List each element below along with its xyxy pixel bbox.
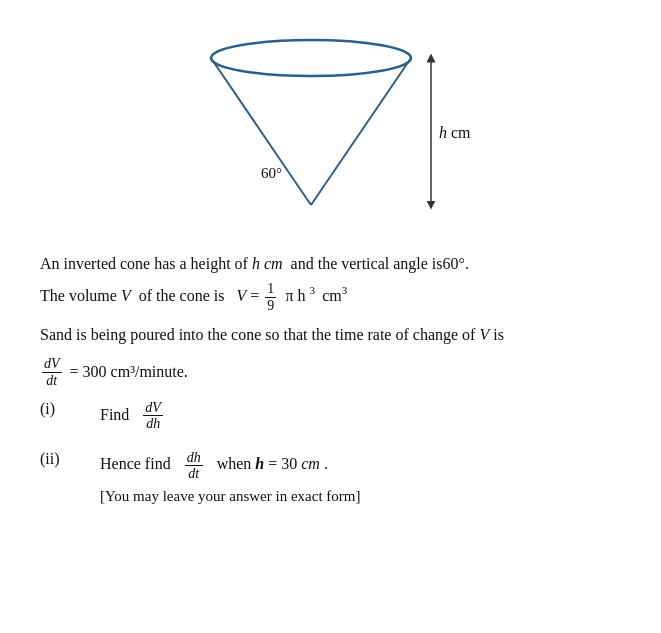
part-i-content: Find dV dh <box>100 400 165 432</box>
svg-line-2 <box>311 58 411 205</box>
dh-dt-numerator: dh <box>185 450 203 466</box>
cm-unit: cm <box>301 455 320 472</box>
svg-text:cm: cm <box>451 124 471 141</box>
dh-dt-fraction: dh dt <box>185 450 203 482</box>
dvdt-value: = 300 cm³/minute. <box>70 363 188 381</box>
dv-dt-fraction: dV dt <box>42 356 62 388</box>
fraction-denominator: 9 <box>265 298 276 313</box>
dv-dh-fraction: dV dh <box>143 400 163 432</box>
sand-text: Sand is being poured into the cone so th… <box>40 321 621 348</box>
h-var: h cm <box>252 255 283 272</box>
intro-line1: An inverted cone has a height of h cm an… <box>40 250 621 277</box>
dvdt-equation: dV dt = 300 cm³/minute. <box>40 356 621 388</box>
intro-line2: The volume V of the cone is V = 1 9 π h … <box>40 281 621 313</box>
part-ii-text: Hence find dh dt when h = 30 cm . <box>100 455 328 472</box>
cone-svg: h cm 60° <box>171 30 491 230</box>
part-i-row: (i) Find dV dh <box>40 400 621 432</box>
V-var: V <box>121 287 131 304</box>
svg-text:h: h <box>439 124 447 141</box>
sand-line: Sand is being poured into the cone so th… <box>40 321 621 348</box>
dv-dh-denominator: dh <box>144 416 162 431</box>
part-ii-label: (ii) <box>40 450 100 468</box>
volume-formula: V <box>236 287 246 304</box>
problem-parts: (i) Find dV dh (ii) Hence find dh dt whe… <box>40 400 621 509</box>
svg-text:60°: 60° <box>261 165 282 181</box>
part-ii-row: (ii) Hence find dh dt when h = 30 cm . [… <box>40 450 621 509</box>
exact-form-note: [You may leave your answer in exact form… <box>100 488 360 504</box>
dv-dt-denominator: dt <box>44 373 59 388</box>
svg-line-1 <box>211 58 311 205</box>
svg-point-0 <box>211 40 411 76</box>
part-ii-content: Hence find dh dt when h = 30 cm . [You m… <box>100 450 360 509</box>
problem-intro: An inverted cone has a height of h cm an… <box>40 250 621 313</box>
h-value: h <box>255 455 264 472</box>
dv-dt-numerator: dV <box>42 356 62 372</box>
part-i-label: (i) <box>40 400 100 418</box>
dv-dh-numerator: dV <box>143 400 163 416</box>
cone-diagram: h cm 60° <box>40 20 621 230</box>
one-ninth-fraction: 1 9 <box>265 281 276 313</box>
dh-dt-denominator: dt <box>186 466 201 481</box>
fraction-numerator: 1 <box>265 281 276 297</box>
V-var2: V <box>479 326 489 343</box>
